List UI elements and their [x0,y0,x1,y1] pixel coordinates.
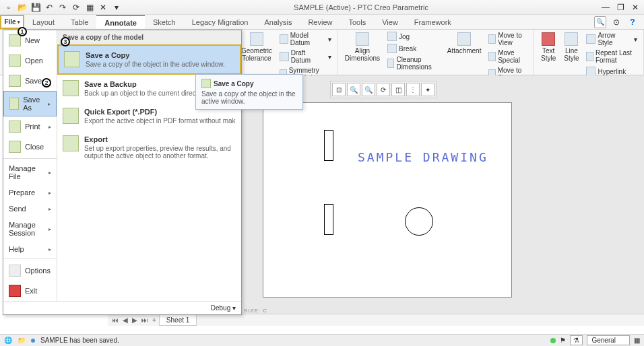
zoom-in-button[interactable]: 🔍 [347,83,360,96]
file-menu-new[interactable]: New [3,30,57,50]
file-menu-close[interactable]: Close [3,137,57,157]
file-menu-manage-session[interactable]: Manage Session▸ [3,217,57,241]
tab-legacy[interactable]: Legacy Migration [184,15,257,29]
model-datum-icon [280,34,288,44]
export-item[interactable]: Export Set up export properties, preview… [57,130,241,165]
shading-button[interactable]: ✦ [421,83,434,96]
refit-button[interactable]: ⊡ [332,83,346,96]
file-menu-open[interactable]: Open [3,50,57,71]
canvas-toolbar: ⊡ 🔍 🔍 ⟳ ◫ ⋮ ✦ [330,81,437,98]
repaint-button[interactable]: ⟳ [377,83,390,96]
tab-annotate[interactable]: Annotate [96,15,145,29]
save-copy-item[interactable]: Save a Copy Save a copy of the object in… [57,44,241,75]
flag-icon[interactable]: ⚑ [560,337,566,344]
sheet-button[interactable]: ◫ [391,83,405,96]
drawing-sheet[interactable]: SAMPLE DRAWING [263,102,512,298]
arrow-style-icon [586,34,595,44]
minimize-icon[interactable]: — [600,1,612,13]
search-button[interactable]: 🔍 [594,16,606,28]
text-style-icon [542,32,555,46]
tab-layout[interactable]: Layout [24,15,63,29]
model-datum-button[interactable]: Model Datum ▾ [278,31,333,47]
new-doc-icon[interactable]: ▫ [3,1,15,13]
sheet-prev-button[interactable]: ◀ [121,316,129,324]
dropdown-icon[interactable]: ▾ [110,1,123,13]
geom-tol-button[interactable]: Geometric Tolerance [238,31,275,63]
tooltip: Save a Copy Save a copy of the object in… [195,74,303,110]
callout-marker-1: 1 [18,27,27,36]
save-file-icon [9,75,21,87]
sheet-tab-1[interactable]: Sheet 1 [159,314,197,326]
undo-icon[interactable]: ↶ [43,1,55,13]
geom-tol-icon [250,32,263,46]
hyperlink-icon [586,67,595,76]
draft-datum-button[interactable]: Draft Datum ▾ [278,48,333,65]
move-view-icon [488,34,496,44]
file-menu-send[interactable]: Send▸ [3,201,57,217]
file-menu-debug[interactable]: Debug ▾ [3,301,241,314]
zoom-out-button[interactable]: 🔍 [362,83,375,96]
line-style-icon [565,32,578,46]
redo-icon[interactable]: ↷ [57,1,69,13]
text-style-button[interactable]: Text Style [538,31,558,63]
file-menu-options[interactable]: Options [3,261,57,281]
file-menu: New Open Save Save As▸ Print▸ Close Mana… [3,30,242,315]
sheet-first-button[interactable]: ⏮ [110,316,120,324]
close-file-icon [9,141,21,153]
tab-view[interactable]: View [374,15,406,29]
save-as-panel-header: Save a copy of the model [57,30,241,44]
file-menu-help[interactable]: Help▸ [3,241,57,257]
cleanup-button[interactable]: Cleanup Dimensions [385,55,442,71]
folder-icon[interactable]: 📁 [18,337,26,344]
tab-table[interactable]: Table [63,15,96,29]
move-special-button[interactable]: Move Special [486,48,529,65]
sheet-last-button[interactable]: ⏭ [140,316,150,324]
save-icon[interactable]: 💾 [30,1,42,13]
tab-analysis[interactable]: Analysis [256,15,300,29]
close-win-icon[interactable]: ✕ [97,1,109,13]
move-view-button[interactable]: Move to View [486,31,529,47]
file-menu-print[interactable]: Print▸ [3,116,57,137]
jog-button[interactable]: Jog [385,31,442,42]
restore-icon[interactable]: ❐ [614,1,626,13]
close-icon[interactable]: ✕ [629,1,641,13]
file-menu-manage-file[interactable]: Manage File▸ [3,160,57,184]
regen-icon[interactable]: ⟳ [70,1,82,13]
repeat-fmt-icon [586,52,593,61]
align-dim-icon [356,32,369,46]
open-file-icon [9,55,21,67]
filter-icon[interactable]: ⚗ [570,335,583,345]
attachment-button[interactable]: Attachment [445,31,484,56]
sheet-add-button[interactable]: + [151,316,158,324]
windows-icon[interactable]: ▦ [84,1,96,13]
align-dim-button[interactable]: Align Dimensions [342,31,383,63]
tab-review[interactable]: Review [300,15,340,29]
open-icon[interactable]: 📂 [16,1,28,13]
help-icon[interactable]: ? [626,16,639,28]
options-icon [9,265,21,277]
print-icon [9,120,21,133]
status-message: SAMPLE has been saved. [40,337,119,344]
tab-sketch[interactable]: Sketch [145,15,184,29]
sheet-next-button[interactable]: ▶ [131,316,139,324]
select-all-icon[interactable]: ▦ [634,337,640,344]
resource-center-icon[interactable]: ⊙ [610,16,622,28]
browser-icon[interactable]: 🌐 [4,337,12,344]
jog-icon [387,32,397,41]
file-menu-save-as[interactable]: Save As▸ [3,91,57,116]
attachment-icon [457,32,471,46]
status-bar: 🌐 📁 SAMPLE has been saved. ⚑ ⚗ General ▦ [0,334,644,346]
break-button[interactable]: Break [385,43,442,54]
repeat-fmt-button[interactable]: Repeat Last Format [584,48,639,65]
tab-framework[interactable]: Framework [406,15,459,29]
file-menu-exit[interactable]: Exit [3,281,57,301]
file-menu-prepare[interactable]: Prepare▸ [3,184,57,201]
save-as-icon [9,98,19,110]
quick-export-icon [63,108,79,124]
line-style-button[interactable]: Line Style [561,31,581,63]
display-button[interactable]: ⋮ [406,83,420,96]
drawing-circle [405,207,433,236]
arrow-style-button[interactable]: Arrow Style ▾ [584,31,639,47]
tab-tools[interactable]: Tools [340,15,374,29]
selection-filter-combo[interactable]: General [587,335,630,345]
